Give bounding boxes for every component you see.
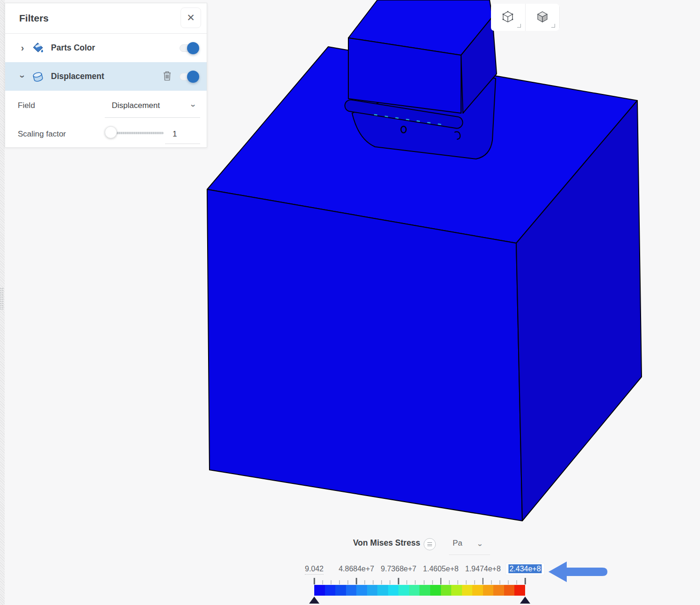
colorbar-segment [514,585,525,596]
main-cube-front-face [207,189,522,521]
colorbar-segment [346,585,357,596]
colorbar-tick [398,578,399,584]
chevron-right-icon: › [19,43,26,53]
field-underline [105,117,200,118]
scaling-factor-row: Scaling factor 1 [5,121,207,147]
colorbar-tick [356,578,357,584]
colorbar-tick [314,578,315,584]
colorbar-segment [493,585,504,596]
colorbar-tick [491,580,492,584]
colorbar-segment [367,585,378,596]
scaling-slider-knob[interactable] [105,126,117,138]
colorbar-tick [381,580,382,584]
chevron-down-icon: › [17,73,28,80]
field-label: Field [18,101,35,110]
colorbar-segment [409,585,420,596]
annotation-arrow-icon [545,557,611,584]
application-window: Filters ✕ › Parts Color › [0,0,700,605]
delete-filter-button[interactable] [162,71,172,82]
stress-colorbar[interactable] [314,585,525,596]
colorbar-ticks [314,578,525,584]
colorbar-tick [322,580,323,584]
cylinder-icon [31,70,44,83]
colorbar-tick [525,578,526,584]
colorbar-segment [335,585,346,596]
colorbar-segment [483,585,494,596]
colorbar-tick [466,580,467,584]
colorbar-tick [440,578,441,584]
scaling-underline [165,144,200,144]
close-icon: ✕ [187,12,195,23]
chevron-down-icon: › [188,102,198,109]
filters-panel: Filters ✕ › Parts Color › [5,3,207,148]
colorbar-tick [406,580,407,584]
scaling-slider-track[interactable] [114,132,164,134]
panel-resize-handle[interactable] [0,288,4,310]
colorbar-segment [430,585,441,596]
colorbar-segment [472,585,483,596]
filter-row-parts-color[interactable]: › Parts Color [5,34,207,62]
perspective-view-button[interactable] [491,4,525,31]
legend-max-value: 2.434e+8 [508,564,541,573]
filter-row-label: Displacement [51,72,104,81]
filters-panel-header: Filters ✕ [5,3,207,34]
colorbar-tick [415,580,416,584]
trash-icon [162,70,172,83]
colorbar-tick [457,580,458,584]
filter-row-displacement[interactable]: › Displacement [5,62,207,91]
colorbar-tick [499,580,500,584]
parts-color-toggle[interactable] [180,42,199,54]
colorbar-tick [432,580,433,584]
panel-title: Filters [19,13,49,24]
colorbar-tick [373,580,374,584]
colorbar-tick [474,580,475,584]
paint-bucket-icon [31,42,44,55]
colorbar-labels: 2.434e+8 9.0424.8684e+79.7368e+71.4605e+… [314,563,525,577]
submenu-corner-icon [551,24,555,28]
colorbar-segment [388,585,399,596]
colorbar-segment [462,585,473,596]
legend-min-value[interactable]: 9.042 [305,565,324,575]
view-toolbar [491,4,559,31]
submenu-corner-icon [517,24,521,28]
colorbar-tick [390,580,390,584]
unit-value: Pa [453,539,462,548]
wireframe-cube-icon [500,9,516,26]
chevron-down-icon: › [476,542,484,548]
legend-max-input[interactable]: 2.434e+8 [506,563,544,575]
colorbar-segment [504,585,515,596]
colorbar-segment [451,585,462,596]
close-button[interactable]: ✕ [180,7,201,28]
legend-tick-label: 1.4605e+8 [423,565,459,573]
colorbar-segment [419,585,430,596]
scaling-factor-value[interactable]: 1 [173,130,177,139]
colorbar-segment [377,585,388,596]
colorbar-tick [331,580,332,584]
legend-tick-label: 4.8684e+7 [339,565,374,573]
colorbar-tick [449,580,450,584]
colorbar-tick [364,580,365,584]
unit-dropdown[interactable]: Pa › [449,537,490,555]
field-row: Field Displacement › [5,91,207,121]
colorbar-tick [508,580,509,584]
displacement-toggle[interactable] [180,71,199,83]
colorbar-segment [314,585,325,596]
colorbar-segment [441,585,452,596]
colorbar-segment [325,585,336,596]
shaded-view-button[interactable] [525,4,560,31]
colorbar-tick [483,578,484,584]
colorbar-tick [424,580,425,584]
legend-tick-label: 1.9474e+8 [465,565,501,573]
legend-menu-button[interactable] [424,538,436,550]
colorbar-tick [339,580,340,584]
legend-title: Von Mises Stress [353,538,420,548]
colorbar-tick [516,580,517,584]
scaling-factor-label: Scaling factor [18,130,66,139]
field-dropdown[interactable]: Displacement [112,101,160,110]
colorbar-tick [347,580,348,584]
colorbar-segment [398,585,409,596]
colorbar-max-handle[interactable] [520,597,530,604]
colorbar-min-handle[interactable] [309,597,319,604]
filter-row-label: Parts Color [51,43,95,53]
shaded-cube-icon [534,9,550,26]
